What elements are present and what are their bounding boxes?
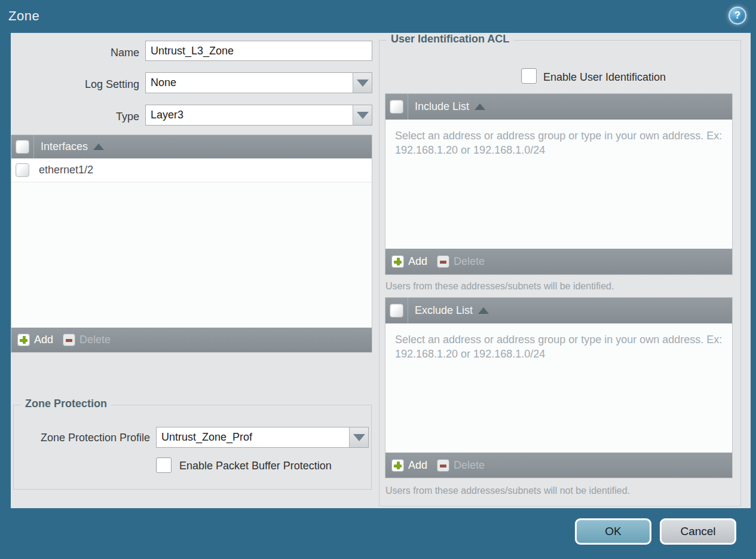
dialog-titlebar: Zone ?	[0, 0, 756, 33]
plus-icon	[391, 255, 404, 268]
interfaces-column-header[interactable]: Interfaces	[41, 140, 88, 153]
exclude-list-placeholder: Select an address or address group or ty…	[385, 323, 732, 362]
minus-icon	[437, 255, 449, 268]
interfaces-select-all-checkbox[interactable]	[16, 140, 29, 154]
chevron-down-icon	[357, 80, 369, 87]
zone-protection-profile-dropdown-button[interactable]	[349, 427, 368, 447]
exclude-add-label: Add	[408, 459, 427, 472]
exclude-list-header: Exclude List	[385, 298, 732, 323]
interfaces-toolbar: Add Delete	[11, 328, 372, 352]
exclude-list-caption: Users from these addresses/subnets will …	[385, 485, 630, 496]
zone-protection-profile-input[interactable]	[156, 427, 369, 448]
include-list-caption: Users from these addresses/subnets will …	[385, 281, 614, 292]
exclude-list-panel: Exclude List Select an address or addres…	[385, 297, 733, 478]
sort-ascending-icon	[478, 307, 489, 314]
minus-icon	[63, 334, 75, 346]
add-interface-button[interactable]: Add	[17, 334, 53, 346]
delete-button-label: Delete	[79, 334, 111, 346]
user-identification-acl-legend: User Identification ACL	[387, 33, 513, 45]
enable-user-identification-checkbox[interactable]	[521, 68, 537, 84]
chevron-down-icon	[357, 112, 369, 119]
sort-ascending-icon	[93, 143, 104, 150]
include-delete-label: Delete	[454, 255, 485, 268]
packet-buffer-protection-checkbox[interactable]	[156, 457, 172, 473]
zone-dialog: Zone ? Name Log Setting Type	[0, 0, 756, 559]
interface-row-checkbox[interactable]	[16, 163, 29, 177]
interface-name: ethernet1/2	[39, 164, 93, 176]
include-list-toolbar: Add Delete	[385, 249, 732, 274]
dialog-body: Name Log Setting Type Interfaces	[11, 33, 751, 508]
include-list-body[interactable]: Select an address or address group or ty…	[385, 120, 732, 249]
type-dropdown-button[interactable]	[353, 105, 372, 125]
zone-protection-legend: Zone Protection	[21, 398, 111, 410]
interfaces-table-header: Interfaces	[11, 135, 372, 158]
interfaces-table: Interfaces ethernet1/2 Add Delete	[11, 135, 372, 353]
exclude-list-column-header[interactable]: Exclude List	[415, 304, 473, 317]
include-delete-button[interactable]: Delete	[437, 255, 485, 268]
delete-interface-button[interactable]: Delete	[63, 334, 111, 346]
plus-icon	[17, 334, 30, 346]
page-title: Zone	[8, 8, 39, 24]
table-row[interactable]: ethernet1/2	[11, 158, 372, 182]
log-setting-select	[145, 72, 372, 93]
user-identification-acl-group: User Identification ACL Enable User Iden…	[379, 40, 741, 506]
packet-buffer-protection-label: Enable Packet Buffer Protection	[179, 460, 332, 472]
include-select-all-checkbox[interactable]	[390, 100, 403, 114]
include-add-label: Add	[408, 255, 427, 268]
help-icon[interactable]: ?	[729, 7, 746, 25]
include-list-placeholder: Select an address or address group or ty…	[385, 120, 732, 158]
exclude-delete-button[interactable]: Delete	[437, 459, 485, 472]
type-select	[145, 105, 372, 126]
help-glyph: ?	[734, 10, 740, 21]
zone-protection-group: Zone Protection Zone Protection Profile …	[13, 405, 372, 490]
enable-user-identification-label: Enable User Identification	[543, 71, 666, 84]
chevron-down-icon	[353, 434, 365, 441]
include-list-column-header[interactable]: Include List	[415, 100, 469, 113]
minus-icon	[437, 459, 449, 472]
type-input[interactable]	[145, 105, 372, 126]
interfaces-select-all-cell	[11, 135, 34, 158]
zone-protection-profile-label: Zone Protection Profile	[14, 432, 150, 444]
include-list-panel: Include List Select an address or addres…	[385, 93, 733, 275]
exclude-add-button[interactable]: Add	[391, 459, 427, 472]
zone-protection-profile-select	[156, 427, 369, 448]
exclude-list-toolbar: Add Delete	[385, 453, 732, 478]
exclude-list-body[interactable]: Select an address or address group or ty…	[385, 323, 732, 453]
log-setting-label: Log Setting	[11, 78, 139, 91]
include-select-all-cell	[385, 94, 408, 120]
name-label: Name	[11, 47, 139, 59]
include-list-header: Include List	[385, 94, 732, 120]
add-button-label: Add	[34, 334, 53, 346]
ok-button[interactable]: OK	[575, 518, 651, 545]
interfaces-list-body: ethernet1/2	[11, 158, 372, 328]
exclude-select-all-checkbox[interactable]	[390, 304, 403, 317]
exclude-select-all-cell	[385, 298, 408, 323]
exclude-delete-label: Delete	[454, 459, 485, 472]
sort-ascending-icon	[475, 103, 485, 110]
log-setting-dropdown-button[interactable]	[353, 73, 372, 93]
type-label: Type	[11, 111, 139, 123]
name-input[interactable]	[145, 41, 372, 61]
log-setting-input[interactable]	[145, 72, 372, 93]
cancel-button[interactable]: Cancel	[660, 518, 736, 545]
plus-icon	[391, 459, 404, 472]
include-add-button[interactable]: Add	[391, 255, 427, 268]
